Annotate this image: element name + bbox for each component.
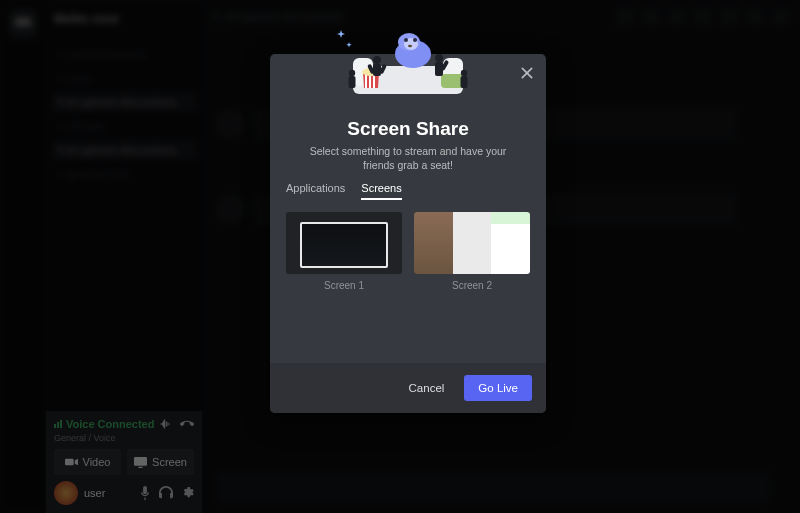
svg-point-10 [404, 38, 408, 42]
screen-share-modal: Screen Share Select something to stream … [270, 54, 546, 413]
screen-label: Screen 1 [286, 280, 402, 291]
tab-screens[interactable]: Screens [361, 182, 401, 200]
screen-label: Screen 2 [414, 280, 530, 291]
screen-thumbnail [286, 212, 402, 274]
modal-illustration [270, 54, 546, 114]
modal-spacer [270, 295, 546, 363]
svg-point-11 [413, 38, 417, 42]
modal-tabs: Applications Screens [270, 182, 546, 200]
modal-subtitle: Select something to stream and have your… [270, 140, 546, 182]
screens-grid: Screen 1 Screen 2 [270, 200, 546, 295]
svg-point-12 [408, 45, 412, 47]
svg-rect-24 [349, 76, 356, 88]
cancel-button[interactable]: Cancel [395, 375, 459, 401]
app-root: Mellm cove # announcements # rules # en-… [0, 0, 800, 513]
svg-rect-22 [461, 76, 468, 88]
modal-footer: Cancel Go Live [270, 363, 546, 413]
svg-rect-15 [373, 64, 381, 76]
screen-option[interactable]: Screen 1 [286, 212, 402, 291]
screen-thumbnail [414, 212, 530, 274]
modal-title: Screen Share [270, 118, 546, 140]
svg-point-23 [349, 70, 355, 76]
screen-option[interactable]: Screen 2 [414, 212, 530, 291]
svg-point-14 [373, 56, 381, 64]
svg-point-18 [435, 54, 443, 62]
go-live-button[interactable]: Go Live [464, 375, 532, 401]
svg-point-21 [461, 70, 467, 76]
tab-applications[interactable]: Applications [286, 182, 345, 200]
